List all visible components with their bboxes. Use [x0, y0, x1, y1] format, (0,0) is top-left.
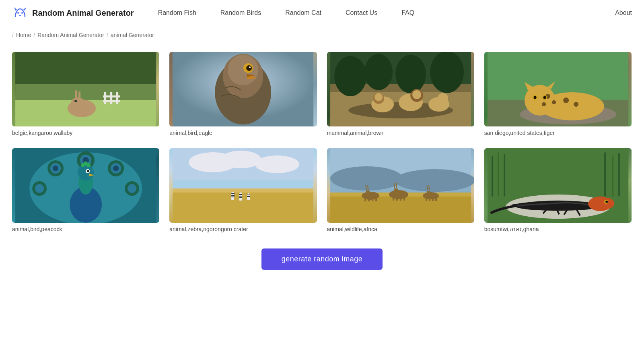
svg-rect-130 [504, 154, 505, 197]
svg-point-138 [605, 201, 608, 203]
logo-area[interactable]: Random Animal Generator [12, 5, 134, 21]
card-antelope-label: animal,wildlife,africa [327, 226, 474, 232]
breadcrumb-sep-0: / [12, 32, 14, 38]
svg-point-47 [528, 87, 552, 112]
svg-point-28 [334, 56, 366, 96]
card-eagle: animal,bird,eagle [169, 52, 317, 136]
svg-rect-12 [104, 92, 106, 104]
svg-rect-128 [492, 156, 493, 197]
svg-point-1 [21, 12, 23, 14]
svg-rect-119 [403, 195, 405, 201]
svg-rect-117 [396, 195, 398, 201]
svg-point-50 [563, 97, 569, 103]
svg-point-40 [438, 93, 448, 104]
svg-point-80 [87, 170, 89, 172]
header: Random Animal Generator Random Fish Rand… [0, 0, 644, 26]
animal-grid: belgië,kangaroo,wallaby [12, 52, 632, 232]
svg-point-71 [128, 184, 136, 193]
svg-point-78 [86, 163, 91, 167]
card-zebra: animal,zebra,ngorongoro crater [169, 148, 317, 232]
logo-icon [12, 5, 28, 21]
nav-random-birds[interactable]: Random Birds [220, 9, 261, 17]
svg-rect-10 [78, 91, 80, 100]
breadcrumb-sep-1: / [33, 32, 35, 38]
svg-point-85 [255, 155, 299, 173]
svg-rect-112 [372, 196, 373, 201]
svg-point-35 [374, 93, 383, 101]
svg-rect-15 [103, 95, 120, 97]
card-peacock: animal,bird,peacock [12, 148, 159, 232]
svg-rect-6 [15, 84, 156, 100]
svg-rect-13 [110, 92, 112, 104]
breadcrumb-home[interactable]: Home [16, 32, 31, 38]
svg-rect-109 [366, 190, 370, 196]
card-lizard: bosumtwi,גאנה,ghana [484, 148, 632, 232]
svg-point-67 [113, 166, 119, 171]
nav-faq[interactable]: FAQ [401, 9, 414, 17]
generate-button[interactable]: generate random image [261, 248, 383, 270]
card-rabbit: belgië,kangaroo,wallaby [12, 52, 159, 136]
logo-title: Random Animal Generator [32, 8, 134, 18]
card-antelope: animal,wildlife,africa [327, 148, 474, 232]
nav-random-fish[interactable]: Random Fish [158, 9, 196, 17]
card-leopard: san diego,united states,tiger [484, 52, 632, 136]
svg-rect-101 [247, 196, 250, 197]
main-content: belgië,kangaroo,wallaby [0, 44, 644, 302]
svg-rect-110 [364, 196, 366, 201]
svg-rect-121 [427, 191, 430, 196]
svg-rect-91 [231, 195, 235, 196]
svg-rect-111 [368, 196, 370, 201]
card-lions-label: mammal,animal,brown [327, 130, 474, 136]
svg-point-69 [35, 184, 44, 193]
svg-rect-129 [498, 152, 499, 197]
svg-rect-124 [432, 196, 434, 201]
card-antelope-image [327, 148, 474, 223]
svg-rect-118 [400, 195, 401, 201]
card-lizard-image [484, 148, 632, 223]
svg-point-56 [543, 96, 546, 99]
card-peacock-label: animal,bird,peacock [12, 226, 159, 232]
main-nav: Random Fish Random Birds Random Cat Cont… [158, 9, 632, 17]
card-leopard-image [484, 52, 632, 126]
svg-point-38 [412, 90, 421, 99]
svg-rect-96 [239, 196, 242, 197]
svg-rect-115 [394, 188, 398, 195]
nav-contact-us[interactable]: Contact Us [346, 9, 377, 17]
card-zebra-label: animal,zebra,ngorongoro crater [169, 226, 317, 232]
svg-rect-95 [239, 194, 242, 195]
svg-point-24 [249, 66, 251, 68]
svg-point-52 [542, 102, 546, 106]
svg-point-30 [395, 55, 426, 93]
svg-rect-14 [116, 92, 118, 104]
svg-rect-16 [103, 100, 120, 102]
card-eagle-label: animal,bird,eagle [169, 130, 317, 136]
nav-about[interactable]: About [615, 9, 632, 17]
svg-rect-125 [435, 196, 437, 201]
svg-point-49 [552, 100, 556, 104]
breadcrumb-animal-generator: animal Generator [111, 32, 154, 38]
svg-point-105 [395, 169, 474, 192]
svg-rect-92 [231, 197, 235, 197]
svg-point-114 [389, 190, 408, 199]
svg-rect-116 [393, 195, 394, 201]
breadcrumb-random-animal[interactable]: Random Animal Generator [37, 32, 104, 38]
svg-point-21 [228, 55, 258, 85]
svg-point-11 [74, 100, 77, 102]
svg-point-61 [53, 166, 58, 171]
svg-point-29 [364, 54, 393, 90]
card-lions: mammal,animal,brown [327, 52, 474, 136]
svg-point-104 [330, 166, 403, 190]
svg-point-0 [17, 12, 19, 14]
breadcrumb: / Home / Random Animal Generator / anima… [0, 26, 644, 44]
svg-rect-133 [618, 153, 620, 197]
svg-point-84 [221, 151, 261, 168]
svg-rect-123 [429, 196, 430, 201]
svg-rect-87 [173, 193, 313, 223]
svg-rect-90 [231, 193, 235, 194]
svg-rect-131 [604, 152, 606, 197]
svg-rect-122 [426, 196, 427, 201]
card-zebra-image [169, 148, 317, 223]
svg-rect-9 [75, 90, 77, 100]
nav-random-cat[interactable]: Random Cat [285, 9, 321, 17]
card-eagle-image [169, 52, 317, 126]
